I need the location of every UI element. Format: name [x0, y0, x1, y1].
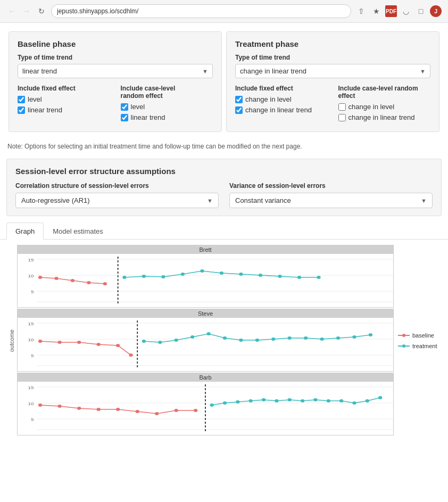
svg-point-45: [255, 339, 259, 342]
address-bar[interactable]: [51, 4, 351, 18]
treatment-title: Treatment phase: [235, 39, 430, 48]
correlation-arrow: ▼: [207, 197, 213, 204]
page-content: Baseline phase Type of time trend linear…: [0, 23, 448, 502]
brett-chart-body: 15 10 5: [18, 254, 393, 307]
correlation-dropdown[interactable]: Auto-regressive (AR1) ▼: [15, 193, 219, 208]
window-icon[interactable]: □: [415, 5, 427, 17]
treatment-fixed-col: Include fixed effect change in level cha…: [235, 85, 328, 124]
variance-dropdown[interactable]: Constant variance ▼: [229, 193, 433, 208]
user-avatar[interactable]: J: [430, 5, 442, 17]
baseline-random-trend-check[interactable]: [121, 114, 128, 121]
svg-point-69: [194, 409, 197, 412]
svg-point-36: [116, 344, 120, 347]
svg-point-79: [327, 399, 330, 402]
baseline-time-trend-label: Type of time trend: [18, 54, 213, 61]
svg-point-40: [175, 339, 178, 342]
baseline-panel: Baseline phase Type of time trend linear…: [9, 31, 222, 132]
svg-text:10: 10: [28, 338, 34, 342]
extensions-icon[interactable]: ◡: [400, 5, 412, 17]
treatment-fixed-label: Include fixed effect: [235, 85, 328, 92]
baseline-random-level-check[interactable]: [121, 103, 128, 111]
session-section: Session-level error structure assumption…: [6, 159, 442, 216]
charts-with-yaxis: outcome Brett 15: [6, 245, 442, 437]
svg-point-66: [136, 410, 139, 413]
svg-point-13: [122, 276, 126, 279]
browser-chrome: ← → ↻ ⇧ ★ PDF ◡ □ J: [0, 0, 448, 23]
svg-text:10: 10: [28, 274, 34, 278]
treatment-random-change-level[interactable]: change in level: [338, 103, 431, 111]
svg-point-61: [38, 404, 42, 407]
back-button[interactable]: ←: [6, 6, 17, 17]
baseline-random-level[interactable]: level: [121, 103, 213, 111]
baseline-fixed-level[interactable]: level: [18, 95, 110, 103]
svg-text:10: 10: [28, 401, 34, 406]
treatment-fixed-change-level[interactable]: change in level: [235, 95, 328, 103]
tab-model-estimates[interactable]: Model estimates: [44, 223, 112, 240]
legend-treatment: treatment: [398, 343, 437, 349]
svg-point-73: [249, 399, 253, 402]
treatment-fixed-change-trend[interactable]: change in linear trend: [235, 106, 328, 114]
treatment-time-trend-label: Type of time trend: [235, 54, 430, 61]
baseline-trend-value: linear trend: [22, 67, 57, 75]
treatment-fixed-change-trend-text: change in linear trend: [245, 106, 312, 114]
treatment-fixed-change-level-check[interactable]: [235, 96, 243, 103]
variance-arrow: ▼: [421, 197, 427, 204]
baseline-fixed-level-check[interactable]: [18, 96, 25, 103]
baseline-effects-row: Include fixed effect level linear trend …: [18, 85, 213, 124]
refresh-button[interactable]: ↻: [36, 6, 47, 17]
baseline-title: Baseline phase: [18, 39, 213, 48]
svg-point-38: [142, 340, 146, 343]
svg-point-63: [77, 407, 81, 410]
svg-point-50: [336, 336, 340, 340]
brett-chart-svg: 15 10 5: [18, 254, 393, 307]
tab-graph[interactable]: Graph: [6, 223, 44, 240]
treatment-random-change-level-check[interactable]: [338, 103, 346, 111]
baseline-trend-dropdown[interactable]: linear trend ▼: [18, 64, 213, 78]
svg-point-72: [236, 400, 239, 404]
svg-point-44: [239, 339, 243, 342]
legend-baseline-label: baseline: [412, 332, 434, 339]
svg-point-85: [402, 334, 405, 337]
variance-label: Variance of session-level errors: [229, 182, 433, 190]
svg-point-65: [116, 408, 120, 411]
steve-chart-body: 15 10 5: [18, 318, 393, 371]
barb-chart-panel: Barb 15 10 5: [17, 373, 394, 435]
svg-point-75: [275, 399, 278, 402]
svg-point-76: [288, 398, 292, 401]
svg-point-71: [223, 401, 227, 405]
svg-point-9: [54, 277, 58, 280]
treatment-random-change-trend-check[interactable]: [338, 114, 346, 121]
pdf-icon[interactable]: PDF: [385, 5, 397, 17]
barb-chart-svg: 15 10 5: [18, 382, 393, 435]
svg-point-32: [38, 340, 42, 343]
svg-point-80: [339, 399, 343, 402]
steve-chart-header: Steve: [18, 309, 393, 318]
correlation-label: Correlation structure of session-level e…: [15, 182, 219, 190]
graph-area: outcome Brett 15: [0, 240, 448, 442]
svg-point-21: [278, 275, 281, 278]
treatment-fixed-change-trend-check[interactable]: [235, 106, 243, 114]
svg-text:15: 15: [28, 322, 34, 326]
steve-chart-svg: 15 10 5: [18, 318, 393, 371]
treatment-random-change-trend[interactable]: change in linear trend: [338, 113, 431, 121]
baseline-random-trend[interactable]: linear trend: [121, 113, 213, 121]
svg-text:5: 5: [31, 353, 34, 358]
share-icon[interactable]: ⇧: [355, 5, 367, 17]
baseline-fixed-trend-check[interactable]: [18, 106, 25, 114]
treatment-trend-dropdown[interactable]: change in linear trend ▼: [235, 64, 430, 78]
svg-point-78: [313, 398, 317, 401]
svg-point-70: [210, 404, 214, 407]
correlation-col: Correlation structure of session-level e…: [15, 182, 219, 208]
bookmark-icon[interactable]: ★: [370, 5, 382, 17]
svg-point-17: [200, 269, 204, 273]
svg-point-12: [103, 282, 107, 285]
svg-point-49: [320, 338, 323, 341]
forward-button[interactable]: →: [21, 6, 32, 17]
svg-point-64: [97, 408, 101, 411]
barb-chart-header: Barb: [18, 373, 393, 382]
treatment-effects-row: Include fixed effect change in level cha…: [235, 85, 430, 124]
correlation-value: Auto-regressive (AR1): [21, 196, 90, 204]
svg-point-62: [57, 405, 61, 408]
svg-point-19: [239, 273, 243, 276]
baseline-fixed-trend[interactable]: linear trend: [18, 106, 110, 114]
